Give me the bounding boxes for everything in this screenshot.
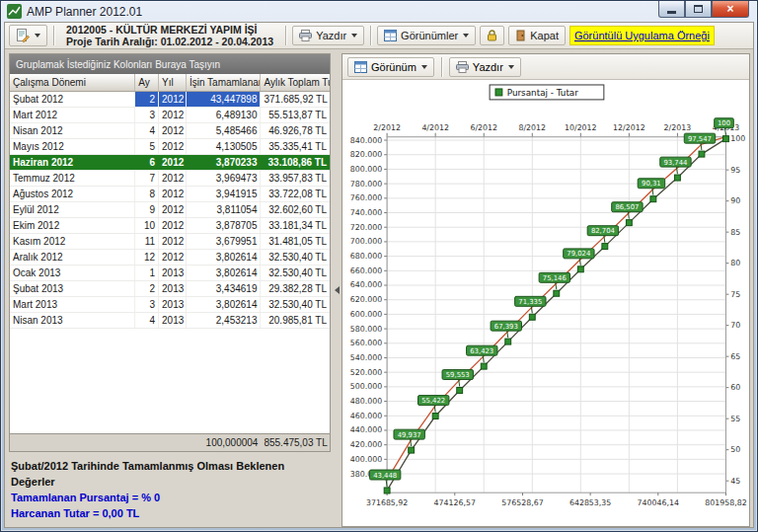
table-cell: 12 xyxy=(135,250,159,265)
table-cell: 3,878705 xyxy=(187,218,262,233)
panel-splitter[interactable] xyxy=(333,53,341,527)
expected-values-info: Şubat/2012 Tarihinde Tamamlanmış Olması … xyxy=(11,458,331,521)
table-cell: 2012 xyxy=(159,202,187,217)
table-row[interactable]: Haziran 2012620123,87023333.108,86 TL xyxy=(10,155,330,171)
summary-empty xyxy=(159,434,187,451)
edit-project-button[interactable] xyxy=(9,25,47,46)
info-title: Şubat/2012 Tarihinde Tamamlanmış Olması … xyxy=(11,458,331,490)
client-area: 2012005 - KÜLTÜR MERKEZİ YAPIM İŞİ Proje… xyxy=(4,22,754,528)
svg-text:576528,67: 576528,67 xyxy=(501,498,543,507)
close-icon: × xyxy=(726,2,733,16)
svg-text:800.000: 800.000 xyxy=(350,165,382,174)
close-view-label: Kapat xyxy=(530,30,559,41)
close-view-button[interactable]: Kapat xyxy=(508,26,566,45)
table-cell: 3,870233 xyxy=(187,155,262,170)
table-row[interactable]: Aralık 20121220123,80261432.530,40 TL xyxy=(10,250,330,266)
chart-area: 380.000400.000420.000440.000460.000480.0… xyxy=(342,80,749,527)
table-cell: 6 xyxy=(135,155,159,170)
table-cell: 2013 xyxy=(159,313,187,328)
table-row[interactable]: Ağustos 2012820123,94191533.722,08 TL xyxy=(10,187,330,202)
maximize-button[interactable] xyxy=(685,1,712,18)
toolbar-separator xyxy=(370,26,371,45)
chart-toolbar: Görünüm Yazdır xyxy=(342,54,749,80)
svg-text:6/2012: 6/2012 xyxy=(470,123,497,132)
table-cell: 4,130505 xyxy=(187,139,262,154)
svg-text:700.000: 700.000 xyxy=(350,237,382,246)
table-row[interactable]: Nisan 2012420125,48546646.926,78 TL xyxy=(10,123,330,139)
table-cell: 3,802614 xyxy=(187,297,262,312)
summary-empty xyxy=(10,434,135,451)
print-button[interactable]: Yazdır xyxy=(292,26,364,45)
table-row[interactable]: Eylül 2012920123,81105432.602,60 TL xyxy=(10,202,330,218)
svg-text:Pursantaj - Tutar: Pursantaj - Tutar xyxy=(507,88,578,98)
table-cell: 2013 xyxy=(159,266,187,280)
table-cell: 2012 xyxy=(159,218,187,233)
table-cell: 3,802614 xyxy=(187,266,262,280)
demo-video-link[interactable]: Görüntülü Uygulama Örneği xyxy=(569,26,715,45)
svg-text:65: 65 xyxy=(730,352,740,361)
table-row[interactable]: Ocak 2013120133,80261432.530,40 TL xyxy=(10,266,330,281)
table-row[interactable]: Şubat 2013220133,43461929.382,28 TL xyxy=(10,281,330,297)
table-cell: 33.722,08 TL xyxy=(261,187,330,201)
svg-text:12/2012: 12/2012 xyxy=(613,123,645,132)
table-cell: 2012 xyxy=(159,250,187,265)
table-row[interactable]: Mart 2013320133,80261432.530,40 TL xyxy=(10,297,330,313)
column-header-amount[interactable]: Aylık Toplam Tu xyxy=(261,74,330,91)
svg-text:79,024: 79,024 xyxy=(567,250,590,258)
edit-icon xyxy=(16,29,30,42)
svg-text:460.000: 460.000 xyxy=(350,412,382,420)
table-row[interactable]: Nisan 2013420132,45321320.985,81 TL xyxy=(10,313,330,329)
column-header-completed[interactable]: İşin Tamamlanan xyxy=(187,74,262,91)
toolbar-separator xyxy=(441,57,442,77)
table-cell: 10 xyxy=(135,218,159,233)
table-row[interactable]: Mayıs 2012520124,13050535.335,41 TL xyxy=(10,139,330,155)
svg-text:93,744: 93,744 xyxy=(663,159,687,167)
table-cell: 2,453213 xyxy=(187,313,262,328)
svg-text:840.000: 840.000 xyxy=(350,135,382,144)
chart-view-label: Görünüm xyxy=(371,61,417,73)
chart-point-labels: 43,44849,93755,42259,55363,42367,39371,3… xyxy=(369,118,733,487)
table-cell: 3 xyxy=(135,297,159,312)
close-button[interactable]: × xyxy=(712,1,749,18)
table-row[interactable]: Şubat 20122201243,447898371.685,92 TL xyxy=(10,92,330,108)
lock-button[interactable] xyxy=(480,26,504,45)
chart-print-button[interactable]: Yazdır xyxy=(449,57,521,77)
grid-body: Şubat 20122201243,447898371.685,92 TLMar… xyxy=(10,92,330,329)
column-header-month[interactable]: Ay xyxy=(135,74,159,91)
svg-text:4/2012: 4/2012 xyxy=(421,123,449,132)
svg-text:2/2012: 2/2012 xyxy=(373,123,401,132)
grid-summary-row: 100,000004 855.475,03 TL xyxy=(10,433,330,451)
grid-header: Çalışma Dönemi Ay Yıl İşin Tamamlanan Ay… xyxy=(10,74,330,92)
table-cell: Aralık 2012 xyxy=(10,250,135,265)
svg-text:740.000: 740.000 xyxy=(350,208,382,217)
minimize-button[interactable] xyxy=(658,1,685,18)
table-row[interactable]: Kasım 20121120123,67995131.481,05 TL xyxy=(10,234,330,250)
column-header-period[interactable]: Çalışma Dönemi xyxy=(10,74,135,91)
periods-grid: Gruplamak İstediğiniz Kolonları Buraya T… xyxy=(9,53,331,452)
table-row[interactable]: Temmuz 2012720123,96947333.957,83 TL xyxy=(10,171,330,187)
table-cell: 3,679951 xyxy=(187,234,262,249)
table-cell: Temmuz 2012 xyxy=(10,171,135,186)
svg-text:400.000: 400.000 xyxy=(350,455,382,464)
svg-text:620.000: 620.000 xyxy=(350,295,382,304)
svg-text:540.000: 540.000 xyxy=(350,353,382,362)
svg-text:720.000: 720.000 xyxy=(350,223,382,232)
table-cell: Nisan 2013 xyxy=(10,313,135,328)
table-cell: Şubat 2013 xyxy=(10,281,135,296)
window-title: AMP Planner 2012.01 xyxy=(27,5,142,19)
column-header-year[interactable]: Yıl xyxy=(159,74,187,91)
svg-text:45: 45 xyxy=(730,477,740,486)
svg-text:560.000: 560.000 xyxy=(350,339,382,347)
table-cell: 3,941915 xyxy=(187,187,262,201)
table-row[interactable]: Mart 2012320126,48913055.513,87 TL xyxy=(10,108,330,123)
table-cell: 2 xyxy=(135,281,159,296)
chevron-down-icon xyxy=(35,34,40,38)
table-cell: 33.957,83 TL xyxy=(261,171,330,186)
table-cell: 33.108,86 TL xyxy=(261,155,330,170)
chart-view-button[interactable]: Görünüm xyxy=(347,57,434,77)
views-button[interactable]: Görünümler xyxy=(377,26,476,45)
group-by-dropzone[interactable]: Gruplamak İstediğiniz Kolonları Buraya T… xyxy=(10,54,330,74)
table-row[interactable]: Ekim 20121020123,87870533.181,34 TL xyxy=(10,218,330,234)
series-tutar xyxy=(387,137,725,480)
svg-text:642853,35: 642853,35 xyxy=(569,498,611,507)
